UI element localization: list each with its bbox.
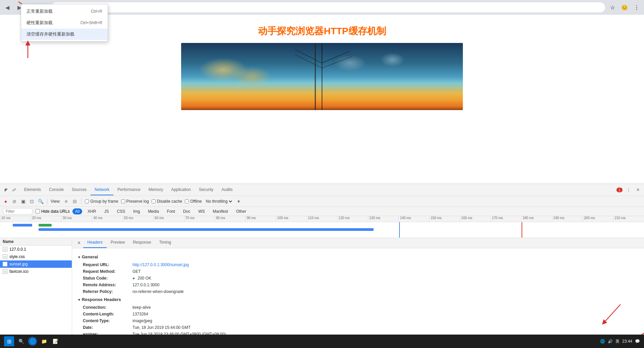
toolbar-divider-1	[47, 199, 47, 204]
disable-cache-checkbox[interactable]	[152, 199, 156, 203]
timeline-mark-50: 50 ms	[123, 216, 153, 222]
file-icon-3: □	[3, 269, 7, 274]
hide-data-urls-checkbox[interactable]	[36, 209, 40, 213]
devtools-panel: ◤ ☍ Elements Console Sources Network Per…	[0, 184, 644, 348]
bookmark-button[interactable]: ☆	[608, 3, 617, 12]
back-button[interactable]: ◀	[3, 3, 12, 12]
content-type-key: Content-Type:	[83, 318, 130, 323]
view-list-button[interactable]: ≡	[63, 198, 69, 204]
file-item-2[interactable]: □ sunset.jpg	[0, 260, 72, 268]
detail-row-request-method: Request Method: GET	[77, 268, 639, 275]
file-item-1[interactable]: □ style.css	[0, 253, 72, 260]
offline-checkbox[interactable]	[185, 199, 189, 203]
context-menu: 正常重新加载 Ctrl+R 硬性重新加载 Ctrl+Shift+R 清空缓存并硬…	[21, 4, 108, 42]
record-button[interactable]: ●	[3, 198, 9, 204]
capture-screenshot-button[interactable]: ▣	[20, 198, 26, 204]
view-detail-button[interactable]: ⊟	[72, 198, 78, 204]
detail-tab-headers[interactable]: Headers	[83, 238, 106, 248]
taskbar-chrome-icon[interactable]: 🌐	[28, 337, 37, 346]
context-menu-item-hard-reload[interactable]: 硬性重新加载 Ctrl+Shift+R	[21, 17, 108, 29]
tab-security[interactable]: Security	[195, 185, 217, 195]
throttle-dropdown-icon[interactable]: ▾	[236, 198, 242, 204]
file-item-3[interactable]: □ favicon.ico	[0, 268, 72, 275]
taskbar-systray: 🌐 🔊 英 23:44 💬	[600, 339, 640, 344]
tab-sources[interactable]: Sources	[68, 185, 91, 195]
svg-line-6	[295, 55, 322, 68]
context-menu-item-normal-reload[interactable]: 正常重新加载 Ctrl+R	[21, 6, 108, 17]
tab-console[interactable]: Console	[45, 185, 68, 195]
detail-tab-timing[interactable]: Timing	[155, 238, 175, 248]
devtools-close-button[interactable]: ×	[635, 187, 641, 193]
filter-type-all[interactable]: All	[72, 208, 82, 214]
timeline-mark-130: 130 ms	[368, 216, 398, 222]
search-button[interactable]: 🔍	[38, 198, 44, 204]
taskbar-clock: 23:44	[622, 339, 632, 344]
hide-data-urls-group: Hide data URLs	[36, 209, 70, 214]
filter-type-doc[interactable]: Doc	[180, 208, 193, 214]
menu-button[interactable]: ⋮	[632, 3, 641, 12]
file-name-3: favicon.ico	[9, 269, 29, 274]
throttle-select[interactable]: No throttling	[205, 199, 233, 204]
detail-row-remote-address: Remote Address: 127.0.0.1:3000	[77, 282, 639, 288]
detail-tab-response[interactable]: Response	[129, 238, 155, 248]
connection-key: Connection:	[83, 305, 130, 310]
timeline-mark-20: 20 ms	[31, 216, 61, 222]
address-bar[interactable]: 127.0.0.1:3000	[51, 2, 605, 12]
preserve-log-checkbox[interactable]	[121, 199, 125, 203]
view-label: View:	[51, 199, 60, 204]
filter-type-other[interactable]: Other	[233, 208, 249, 214]
file-name-1: style.css	[9, 254, 25, 259]
tab-performance[interactable]: Performance	[113, 185, 145, 195]
filter-input[interactable]	[3, 208, 33, 215]
timeline-mark-40: 40 ms	[92, 216, 122, 222]
content-length-value: 1373264	[132, 312, 148, 316]
file-item-0[interactable]: □ 127.0.0.1	[0, 246, 72, 253]
filter-type-img[interactable]: Img	[130, 208, 143, 214]
file-name-2: sunset.jpg	[9, 262, 28, 266]
normal-reload-label: 正常重新加载	[26, 8, 53, 14]
detail-tab-preview[interactable]: Preview	[107, 238, 129, 248]
devtools-more-icon[interactable]: ⋮	[625, 187, 632, 193]
tab-elements[interactable]: Elements	[20, 185, 45, 195]
timeline-mark-80: 80 ms	[215, 216, 245, 222]
date-value: Tue, 18 Jun 2019 15:44:00 GMT	[132, 325, 191, 330]
content-length-key: Content-Length:	[83, 312, 130, 316]
connection-value: keep-alive	[132, 305, 151, 310]
section-response-headers-header[interactable]: Response Headers	[77, 295, 639, 304]
filter-type-js[interactable]: JS	[101, 208, 111, 214]
filter-type-media[interactable]: Media	[145, 208, 162, 214]
main-content: Name □ 127.0.0.1 □ style.css □ sunset.jp…	[0, 238, 644, 348]
detail-close-button[interactable]: ×	[75, 238, 83, 248]
account-button[interactable]: 😊	[620, 3, 629, 12]
hard-reload-shortcut: Ctrl+Shift+R	[80, 20, 102, 25]
taskbar-vscode-icon[interactable]: 📝	[51, 337, 60, 346]
detail-row-connection: Connection: keep-alive	[77, 304, 639, 311]
svg-line-5	[322, 51, 349, 63]
section-general-header[interactable]: General	[77, 252, 639, 261]
taskbar-network-icon: 🌐	[600, 339, 605, 344]
address-text: 127.0.0.1:3000	[55, 5, 601, 10]
filter-type-ws[interactable]: WS	[196, 208, 207, 214]
taskbar-folder-icon[interactable]: 📁	[40, 337, 48, 346]
start-button[interactable]: ⊞	[4, 336, 14, 346]
filter-type-css[interactable]: CSS	[114, 208, 128, 214]
tab-application[interactable]: Application	[167, 185, 195, 195]
taskbar-volume-icon: 🔊	[608, 339, 613, 344]
filter-button[interactable]: ⊡	[29, 198, 35, 204]
group-by-frame-checkbox[interactable]	[85, 199, 89, 203]
taskbar-search-icon[interactable]: 🔍	[17, 337, 25, 346]
devtools-device-icon[interactable]: ☍	[11, 187, 17, 193]
file-icon-2: □	[3, 262, 7, 266]
clear-reload-label: 清空缓存并硬性重新加载	[26, 31, 74, 37]
context-menu-item-clear-reload[interactable]: 清空缓存并硬性重新加载	[21, 29, 108, 40]
clear-button[interactable]: ⊘	[11, 198, 17, 204]
hard-reload-label: 硬性重新加载	[26, 20, 53, 26]
devtools-inspect-icon[interactable]: ◤	[3, 187, 9, 193]
filter-type-xhr[interactable]: XHR	[85, 208, 99, 214]
tab-network[interactable]: Network	[91, 185, 113, 195]
filter-type-font[interactable]: Font	[164, 208, 178, 214]
tab-memory[interactable]: Memory	[145, 185, 167, 195]
filter-type-manifest[interactable]: Manifest	[210, 208, 231, 214]
tab-audits[interactable]: Audits	[217, 185, 236, 195]
detail-row-request-url: Request URL: http://127.0.0.1:3000/sunse…	[77, 261, 639, 268]
